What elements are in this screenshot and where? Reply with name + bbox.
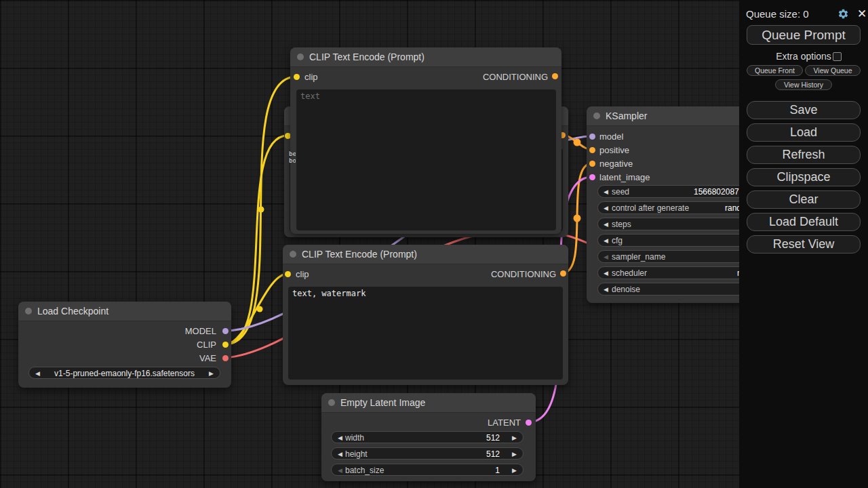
- width-widget[interactable]: ◀ width 512 ▶: [331, 431, 524, 443]
- clip-output-label: CLIP: [197, 340, 216, 350]
- decrement-icon[interactable]: ◀: [338, 434, 342, 441]
- reset-view-button[interactable]: Reset View: [747, 235, 861, 253]
- clip-text-encode-top-node[interactable]: CLIP Text Encode (Prompt) clip CONDITION…: [290, 47, 561, 234]
- vae-output-slot[interactable]: [222, 355, 229, 361]
- height-label: height: [345, 449, 368, 459]
- negative-input-label: negative: [599, 159, 633, 169]
- save-button[interactable]: Save: [747, 101, 861, 119]
- settings-gear-icon[interactable]: [837, 8, 849, 20]
- node-title: CLIP Text Encode (Prompt): [309, 52, 425, 62]
- width-label: width: [345, 433, 364, 443]
- node-header[interactable]: CLIP Text Encode (Prompt): [290, 47, 561, 67]
- model-input-slot[interactable]: [589, 134, 595, 140]
- positive-input-label: positive: [599, 145, 629, 155]
- node-title: Load Checkpoint: [37, 306, 108, 317]
- clip-output-slot[interactable]: [222, 342, 229, 348]
- menu-panel: Queue size: 0 ✕ Queue Prompt Extra optio…: [739, 0, 868, 488]
- link-midpoint-dot: [574, 215, 581, 222]
- batch-size-value: 1: [495, 466, 500, 475]
- queue-front-button[interactable]: Queue Front: [747, 65, 803, 76]
- load-default-button[interactable]: Load Default: [747, 213, 861, 231]
- negative-input-slot[interactable]: [589, 161, 595, 167]
- decrement-icon[interactable]: ◀: [604, 237, 608, 244]
- clipspace-button[interactable]: Clipspace: [747, 168, 861, 186]
- load-button[interactable]: Load: [747, 123, 861, 142]
- clip-input-slot[interactable]: [294, 74, 300, 80]
- node-title: KSampler: [606, 110, 647, 121]
- link-midpoint-dot: [574, 139, 581, 146]
- wire-clip-to-mid-prompt: [225, 274, 288, 344]
- decrement-icon[interactable]: ◀: [338, 467, 342, 474]
- decrement-icon[interactable]: ◀: [604, 205, 608, 211]
- conditioning-output-slot[interactable]: [560, 270, 566, 277]
- textarea-text: text, watermark: [292, 289, 366, 298]
- batch-size-label: batch_size: [345, 466, 384, 475]
- latent-image-input-slot[interactable]: [589, 174, 595, 180]
- model-output-label: MODEL: [185, 326, 216, 336]
- seed-label: seed: [612, 187, 629, 197]
- increment-icon[interactable]: ▶: [512, 434, 517, 441]
- latent-image-input-label: latent_image: [599, 172, 650, 182]
- node-title: Empty Latent Image: [340, 397, 425, 408]
- collapse-dot-icon[interactable]: [25, 308, 32, 314]
- link-midpoint-dot: [258, 207, 264, 213]
- decrement-icon[interactable]: ◀: [604, 188, 608, 195]
- denoise-label: denoise: [612, 285, 640, 294]
- height-widget[interactable]: ◀ height 512 ▶: [331, 447, 524, 460]
- collapse-dot-icon[interactable]: [290, 251, 296, 258]
- extra-options-checkbox[interactable]: [833, 52, 842, 61]
- occluded-prompt-text-peek: bebo: [289, 150, 296, 165]
- load-checkpoint-node[interactable]: Load Checkpoint MODEL CLIP VAE ◀ v1-5-pr…: [18, 302, 231, 388]
- conditioning-output-label: CONDITIONING: [491, 269, 556, 279]
- node-header[interactable]: Load Checkpoint: [18, 302, 231, 321]
- decrement-icon[interactable]: ◀: [604, 286, 608, 293]
- extra-options-label: Extra options: [739, 51, 868, 62]
- increment-icon[interactable]: ▶: [512, 467, 517, 474]
- combo-next-icon[interactable]: ▶: [209, 370, 214, 377]
- batch-size-widget[interactable]: ◀ batch_size 1 ▶: [331, 464, 524, 476]
- refresh-button[interactable]: Refresh: [747, 146, 861, 164]
- seed-value: 1566802087: [694, 187, 739, 197]
- model-input-label: model: [599, 131, 623, 142]
- sampler-name-label: sampler_name: [612, 252, 665, 262]
- close-icon[interactable]: ✕: [857, 7, 867, 21]
- queue-size-label: Queue size: 0: [746, 8, 809, 20]
- decrement-icon[interactable]: ◀: [604, 253, 608, 260]
- wire-clip-to-hidden-prompt: [225, 136, 288, 344]
- clip-input-label: clip: [304, 72, 318, 82]
- decrement-icon[interactable]: ◀: [604, 270, 608, 277]
- decrement-icon[interactable]: ◀: [604, 221, 608, 228]
- ckpt-name-combo[interactable]: ◀ v1-5-pruned-emaonly-fp16.safetensors ▶: [28, 367, 220, 379]
- node-header[interactable]: Empty Latent Image: [321, 393, 536, 413]
- positive-input-slot[interactable]: [589, 147, 595, 153]
- prompt-textarea[interactable]: text, watermark: [288, 287, 563, 380]
- collapse-dot-icon[interactable]: [593, 113, 600, 119]
- control-after-generate-label: control after generate: [612, 203, 689, 213]
- node-header[interactable]: CLIP Text Encode (Prompt): [283, 245, 568, 264]
- collapse-dot-icon[interactable]: [328, 399, 335, 406]
- clear-button[interactable]: Clear: [747, 190, 861, 209]
- height-value: 512: [486, 449, 500, 459]
- clip-text-encode-negative-node[interactable]: CLIP Text Encode (Prompt) clip CONDITION…: [283, 245, 568, 385]
- empty-latent-image-node[interactable]: Empty Latent Image LATENT ◀ width 512 ▶ …: [321, 393, 536, 481]
- link-midpoint-dot: [257, 306, 263, 312]
- view-history-button[interactable]: View History: [775, 79, 832, 90]
- view-queue-button[interactable]: View Queue: [805, 65, 861, 76]
- queue-prompt-button[interactable]: Queue Prompt: [747, 25, 861, 45]
- latent-output-slot[interactable]: [526, 420, 532, 426]
- clip-input-label: clip: [296, 269, 309, 279]
- model-output-slot[interactable]: [222, 328, 229, 334]
- increment-icon[interactable]: ▶: [512, 451, 517, 458]
- steps-label: steps: [612, 220, 631, 229]
- decrement-icon[interactable]: ◀: [338, 451, 342, 458]
- app-window: bebo CLIP Text Encode (Prompt) clip COND…: [0, 0, 868, 488]
- node-title: CLIP Text Encode (Prompt): [302, 249, 417, 260]
- textarea-placeholder: text: [300, 92, 320, 101]
- collapse-dot-icon[interactable]: [297, 54, 304, 60]
- vae-output-label: VAE: [199, 353, 216, 363]
- latent-output-label: LATENT: [488, 418, 521, 428]
- conditioning-output-slot[interactable]: [552, 73, 558, 79]
- prompt-textarea[interactable]: text: [296, 89, 556, 230]
- width-value: 512: [486, 433, 500, 443]
- clip-input-slot[interactable]: [285, 271, 291, 277]
